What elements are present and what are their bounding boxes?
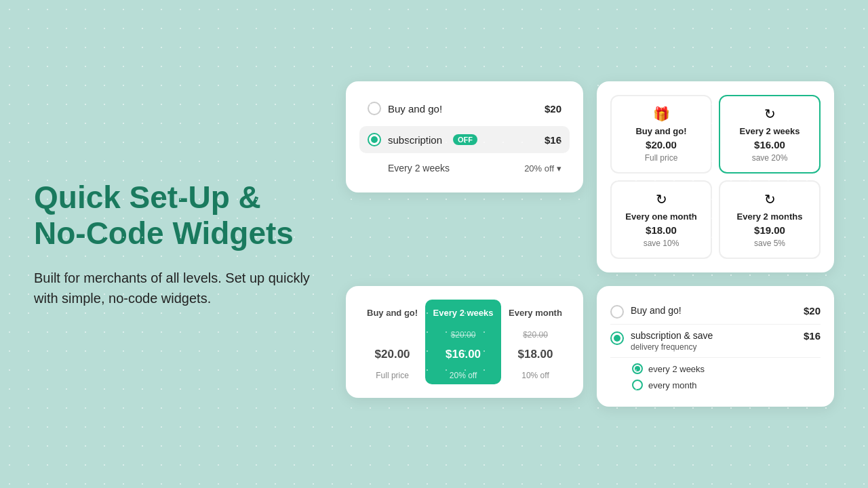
- price-subscription: $16: [545, 134, 561, 146]
- td-2weeks-strikethrough: $20.00: [425, 326, 501, 344]
- plan-price-1month: $18.00: [646, 224, 677, 236]
- heading-line1: Quick Set-Up &: [34, 180, 261, 215]
- w4-label-sub-save: subscription & save: [631, 330, 713, 341]
- radio-checked-w4-sub[interactable]: [610, 331, 624, 345]
- plan-name-2months: Every 2 months: [737, 211, 803, 222]
- widget-table: Buy and go! Every 2 weeks Every month: [346, 286, 583, 398]
- radio-row-buy-go[interactable]: Buy and go! $20: [359, 95, 570, 122]
- pricing-table: Buy and go! Every 2 weeks Every month: [359, 300, 570, 384]
- sub-option-label-month: every month: [648, 380, 697, 390]
- radio-row-sub-left: subscription OFF: [368, 133, 477, 146]
- label-buy-go: Buy and go!: [388, 103, 442, 115]
- col-header-buy: Buy and go!: [359, 300, 425, 326]
- discount-dropdown[interactable]: 20% off ▾: [524, 163, 561, 174]
- sub-option-2weeks[interactable]: every 2 weeks: [632, 361, 821, 377]
- note-month: 10% off: [521, 371, 549, 380]
- td-2weeks-note: 20% off: [425, 365, 501, 384]
- plan-card-1month[interactable]: ↻ Every one month $18.00 save 10%: [610, 180, 712, 259]
- note-2weeks: 20% off: [450, 371, 477, 380]
- plan-price-buy-go: $20.00: [646, 139, 677, 150]
- plan-save-2months: save 5%: [754, 239, 785, 248]
- plan-card-2months[interactable]: ↻ Every 2 months $19.00 save 5%: [719, 180, 821, 259]
- plan-save-buy-go: Full price: [645, 153, 678, 163]
- chevron-down-icon: ▾: [557, 163, 561, 174]
- sub-text: Built for merchants of all levels. Set u…: [34, 268, 319, 308]
- price-2weeks: $16.00: [446, 348, 481, 361]
- w4-price-sub-save: $16: [804, 330, 821, 342]
- refresh-icon-2weeks: ↻: [764, 106, 776, 122]
- plan-card-2weeks[interactable]: ↻ Every 2 weeks $16.00 save 20%: [719, 95, 821, 174]
- sub-option-month[interactable]: every month: [632, 377, 821, 393]
- plan-save-1month: save 10%: [644, 239, 679, 248]
- td-month-note: 10% off: [501, 365, 570, 384]
- off-badge: OFF: [453, 134, 477, 145]
- widget-radio-sub: Buy and go! $20 subscription & save deli…: [597, 286, 834, 407]
- sub-option-label-2weeks: every 2 weeks: [648, 364, 705, 374]
- price-buy: $20.00: [375, 348, 410, 361]
- gift-icon: 🎁: [653, 106, 670, 122]
- sub-options: every 2 weeks every month: [610, 361, 821, 393]
- frequency-label: Every 2 weeks: [388, 163, 450, 174]
- plan-name-2weeks: Every 2 weeks: [740, 126, 800, 136]
- td-buy-price: $20.00: [359, 344, 425, 365]
- label-subscription: subscription: [388, 134, 442, 146]
- td-month-price: $18.00: [501, 344, 570, 365]
- page-layout: Quick Set-Up & No-Code Widgets Built for…: [0, 0, 868, 488]
- plan-save-2weeks: save 20%: [752, 153, 788, 163]
- strikethrough-2weeks: $20.00: [431, 330, 496, 340]
- col-label-buy: Buy and go!: [367, 308, 418, 318]
- plan-card-buy-go[interactable]: 🎁 Buy and go! $20.00 Full price: [610, 95, 712, 174]
- plan-price-2months: $19.00: [754, 224, 785, 236]
- refresh-icon-2months: ↻: [764, 191, 776, 207]
- radio-checked-subscription[interactable]: [368, 133, 381, 146]
- sub-radio-2weeks[interactable]: [632, 363, 643, 374]
- radio-row-buy-go-left: Buy and go!: [368, 102, 442, 115]
- refresh-icon-1month: ↻: [656, 191, 667, 207]
- price-buy-go: $20: [545, 103, 561, 115]
- note-buy: Full price: [376, 371, 409, 380]
- radio-unchecked-buy-go[interactable]: [368, 102, 381, 115]
- widget-radio-select: Buy and go! $20 subscription OFF $16 Eve…: [346, 81, 583, 192]
- w4-sub-content: subscription & save delivery frequency: [631, 330, 713, 352]
- radio-row-subscription[interactable]: subscription OFF $16: [359, 126, 570, 153]
- td-buy-strikethrough: [359, 326, 425, 344]
- sub-radio-month[interactable]: [632, 380, 643, 390]
- frequency-row[interactable]: Every 2 weeks 20% off ▾: [359, 157, 570, 179]
- cards-grid: 🎁 Buy and go! $20.00 Full price ↻ Every …: [610, 95, 821, 259]
- w4-left-sub: subscription & save delivery frequency: [610, 330, 713, 352]
- discount-label: 20% off: [524, 163, 554, 174]
- w4-row-buy-go[interactable]: Buy and go! $20: [610, 300, 821, 325]
- price-month: $18.00: [517, 348, 553, 361]
- w4-row-subscription[interactable]: subscription & save delivery frequency $…: [610, 325, 821, 358]
- w4-price-buy-go: $20: [804, 305, 821, 317]
- main-heading: Quick Set-Up & No-Code Widgets: [34, 180, 319, 251]
- col-label-2weeks: Every 2 weeks: [433, 308, 494, 318]
- plan-name-1month: Every one month: [625, 211, 696, 222]
- strikethrough-month: $20.00: [507, 330, 564, 340]
- col-header-month: Every month: [501, 300, 570, 326]
- radio-unchecked-w4-buy-go[interactable]: [610, 305, 624, 319]
- left-panel: Quick Set-Up & No-Code Widgets Built for…: [34, 180, 319, 308]
- plan-price-2weeks: $16.00: [754, 139, 785, 150]
- col-header-2weeks: Every 2 weeks: [425, 300, 501, 326]
- w4-left-buy-go: Buy and go!: [610, 305, 682, 319]
- col-label-month: Every month: [509, 308, 562, 318]
- w4-sub-frequency-label: delivery frequency: [631, 342, 713, 352]
- td-buy-note: Full price: [359, 365, 425, 384]
- td-2weeks-price: $16.00: [425, 344, 501, 365]
- td-month-strikethrough: $20.00: [501, 326, 570, 344]
- widget-plan-cards: 🎁 Buy and go! $20.00 Full price ↻ Every …: [597, 81, 834, 272]
- heading-line2: No-Code Widgets: [34, 216, 294, 251]
- plan-name-buy-go: Buy and go!: [635, 126, 686, 136]
- right-panel: Buy and go! $20 subscription OFF $16 Eve…: [346, 81, 834, 407]
- w4-label-buy-go: Buy and go!: [631, 305, 682, 316]
